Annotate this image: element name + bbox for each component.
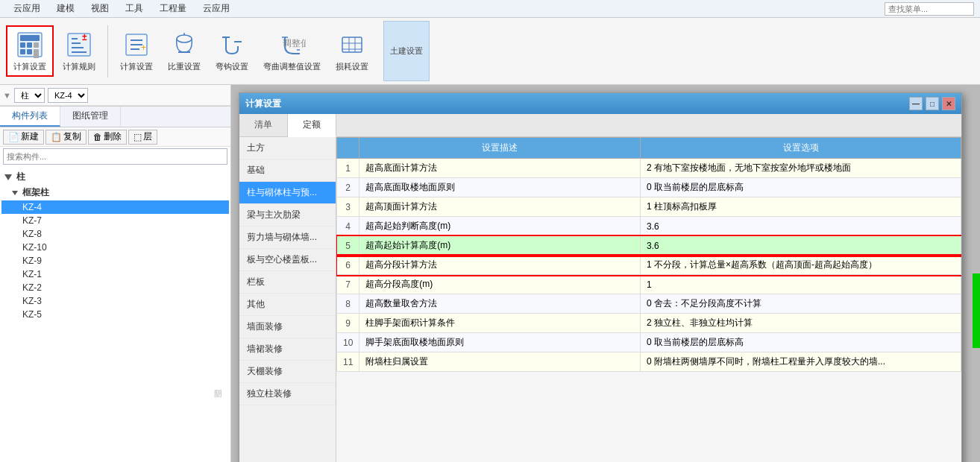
- toolbar-bizhong-shezhi-btn[interactable]: 比重设置: [162, 27, 207, 75]
- tree-area: 柱 框架柱 KZ-4 KZ-7 KZ-8 KZ-10 KZ-9 KZ-1 KZ-…: [0, 166, 230, 462]
- row-option[interactable]: 3.6: [641, 217, 961, 236]
- action-layer-btn[interactable]: ⬚ 层: [128, 130, 157, 145]
- toolbar-jisuan-shezhi-btn[interactable]: 计算设置: [6, 25, 54, 77]
- hook-settings-icon: [217, 30, 247, 60]
- loss-settings-icon: [337, 30, 367, 60]
- tree-sub-kuangjia[interactable]: 框架柱: [1, 185, 229, 200]
- filter-name-select[interactable]: KZ-4: [48, 88, 88, 103]
- dialog-maximize-btn[interactable]: □: [926, 97, 939, 110]
- menu-search[interactable]: [885, 2, 974, 16]
- sidebar-lanban[interactable]: 栏板: [239, 271, 336, 294]
- dialog-close-btn[interactable]: ✕: [942, 97, 955, 110]
- dialog-title: 计算设置: [245, 98, 909, 110]
- row-desc: 脚手架底面取楼地面原则: [359, 333, 641, 352]
- menu-gongchengliang[interactable]: 工程量: [152, 1, 194, 16]
- tree-item-kz1[interactable]: KZ-1: [1, 268, 229, 281]
- row-num: 3: [337, 197, 359, 217]
- tree-item-kz10[interactable]: KZ-10: [1, 241, 229, 254]
- action-new-btn[interactable]: 📄 新建: [3, 130, 44, 145]
- tree-item-kz9[interactable]: KZ-9: [1, 254, 229, 268]
- table-row[interactable]: 7 超高分段高度(m) 1: [337, 275, 961, 294]
- table-row-row5-highlighted[interactable]: 5 超高起始计算高度(m) 3.6: [337, 236, 961, 256]
- tree-item-kz4[interactable]: KZ-4: [1, 200, 229, 214]
- tree-item-kz8[interactable]: KZ-8: [1, 227, 229, 241]
- toolbar-wangou-shezhi-btn[interactable]: 弯钩设置: [210, 27, 254, 75]
- sidebar-tufang[interactable]: 土方: [239, 137, 336, 159]
- menu-yunyingyong[interactable]: 云应用: [195, 1, 237, 16]
- toolbar-jisuan-guize-btn[interactable]: ± 计算规则: [57, 27, 101, 75]
- sidebar-ban[interactable]: 板与空心楼盖板...: [239, 249, 336, 271]
- green-scrollbar[interactable]: [973, 273, 980, 348]
- col-num-header: [337, 138, 359, 159]
- toolbar-jisuan-shezhi2-btn[interactable]: + 计算设置: [114, 27, 159, 75]
- menu-jianshe[interactable]: 云应用: [6, 1, 48, 16]
- weight-settings-icon: [169, 30, 199, 60]
- table-row[interactable]: 10 脚手架底面取楼地面原则 0 取当前楼层的层底标高: [337, 333, 961, 352]
- tree-item-kz3[interactable]: KZ-3: [1, 294, 229, 308]
- row-desc: 超高分段计算方法: [359, 256, 641, 275]
- menu-shitu[interactable]: 视图: [84, 1, 116, 16]
- row-option[interactable]: 0 取当前楼层的层底标高: [641, 333, 961, 352]
- row-desc: 超高分段高度(m): [359, 275, 641, 294]
- row-num: 10: [337, 333, 359, 352]
- sidebar-tianpeng[interactable]: 天棚装修: [239, 361, 336, 383]
- sidebar-qiangjun[interactable]: 墙裙装修: [239, 338, 336, 361]
- search-input[interactable]: [3, 148, 227, 165]
- table-row[interactable]: 2 超高底面取楼地面原则 0 取当前楼层的层底标高: [337, 178, 961, 197]
- menu-gongju[interactable]: 工具: [118, 1, 151, 16]
- row-option[interactable]: 3.6: [641, 236, 961, 256]
- table-row[interactable]: 11 附墙柱归属设置 0 附墙柱两侧墙厚不同时，附墙柱工程量并入厚度较大的墙..…: [337, 352, 961, 372]
- tree-item-kz5[interactable]: KZ-5: [1, 308, 229, 321]
- tab-component-list[interactable]: 构件列表: [0, 107, 60, 127]
- row-option[interactable]: 0 舍去：不足分段高度不计算: [641, 294, 961, 314]
- toolbar-sunhao-shezhi-btn[interactable]: 损耗设置: [330, 27, 374, 75]
- row-option[interactable]: 1 不分段，计算总量×超高系数（超高顶面-超高起始高度）: [641, 256, 961, 275]
- toolbar-divider-1: [107, 25, 108, 77]
- action-delete-btn[interactable]: 🗑 删除: [88, 130, 127, 145]
- row-option[interactable]: 0 附墙柱两侧墙厚不同时，附墙柱工程量并入厚度较大的墙...: [641, 352, 961, 372]
- new-icon: 📄: [8, 132, 19, 142]
- row-num: 8: [337, 294, 359, 314]
- row-desc: 附墙柱归属设置: [359, 352, 641, 372]
- row-num: 2: [337, 178, 359, 197]
- table-row[interactable]: 3 超高顶面计算方法 1 柱顶标高扣板厚: [337, 197, 961, 217]
- row-num: 6: [337, 256, 359, 275]
- sidebar-jichu[interactable]: 基础: [239, 159, 336, 182]
- sidebar-liang[interactable]: 梁与主次肋梁: [239, 204, 336, 227]
- calc-rule-icon: ±: [64, 30, 94, 60]
- table-row[interactable]: 8 超高数量取舍方法 0 舍去：不足分段高度不计算: [337, 294, 961, 314]
- filter-type-select[interactable]: 柱: [14, 88, 45, 103]
- dialog-tab-dee[interactable]: 定额: [288, 114, 336, 137]
- toolbar-sunhao-label: 损耗设置: [336, 61, 368, 72]
- svg-rect-27: [342, 37, 362, 52]
- svg-rect-3: [27, 42, 32, 48]
- sidebar-qiangmian[interactable]: 墙面装修: [239, 316, 336, 338]
- action-copy-btn[interactable]: 📋 复制: [45, 130, 87, 145]
- tree-group-zhu: 柱 框架柱 KZ-4 KZ-7 KZ-8 KZ-10 KZ-9 KZ-1 KZ-…: [1, 169, 229, 321]
- col-desc-header: 设置描述: [359, 138, 641, 159]
- table-row[interactable]: 1 超高底面计算方法 2 有地下室按楼地面，无地下室按室外地坪或楼地面: [337, 159, 961, 178]
- table-row[interactable]: 9 柱脚手架面积计算条件 2 独立柱、非独立柱均计算: [337, 314, 961, 333]
- sidebar-qita[interactable]: 其他: [239, 294, 336, 316]
- sidebar-dulizhu[interactable]: 独立柱装修: [239, 383, 336, 405]
- dialog-titlebar: 计算设置 — □ ✕: [239, 93, 961, 114]
- menu-jianmo[interactable]: 建模: [49, 1, 82, 16]
- row-desc: 超高底面取楼地面原则: [359, 178, 641, 197]
- tree-item-kz2[interactable]: KZ-2: [1, 281, 229, 294]
- dialog-tab-qingdan[interactable]: 清单: [239, 114, 288, 136]
- table-row[interactable]: 4 超高起始判断高度(m) 3.6: [337, 217, 961, 236]
- sidebar-jianli[interactable]: 剪力墙与砌体墙...: [239, 227, 336, 249]
- toolbar-wanqu-shezhi-btn[interactable]: 调整值 弯曲调整值设置: [257, 27, 327, 75]
- row-option[interactable]: 1: [641, 275, 961, 294]
- row-option[interactable]: 2 独立柱、非独立柱均计算: [641, 314, 961, 333]
- row-option[interactable]: 1 柱顶标高扣板厚: [641, 197, 961, 217]
- tab-drawing-mgmt[interactable]: 图纸管理: [60, 107, 121, 127]
- dialog-minimize-btn[interactable]: —: [909, 97, 923, 110]
- row-option[interactable]: 0 取当前楼层的层底标高: [641, 178, 961, 197]
- tree-item-kz7[interactable]: KZ-7: [1, 214, 229, 227]
- dialog-table-area: 设置描述 设置选项 1 超高底面计算方法 2 有地下室按楼地面，无地下室按室外地…: [336, 137, 961, 462]
- row-option[interactable]: 2 有地下室按楼地面，无地下室按室外地坪或楼地面: [641, 159, 961, 178]
- table-row-row6-highlighted[interactable]: 6 超高分段计算方法 1 不分段，计算总量×超高系数（超高顶面-超高起始高度）: [337, 256, 961, 275]
- tree-root-zhu[interactable]: 柱: [1, 169, 229, 185]
- sidebar-zhu[interactable]: 柱与砌体柱与预...: [239, 182, 336, 204]
